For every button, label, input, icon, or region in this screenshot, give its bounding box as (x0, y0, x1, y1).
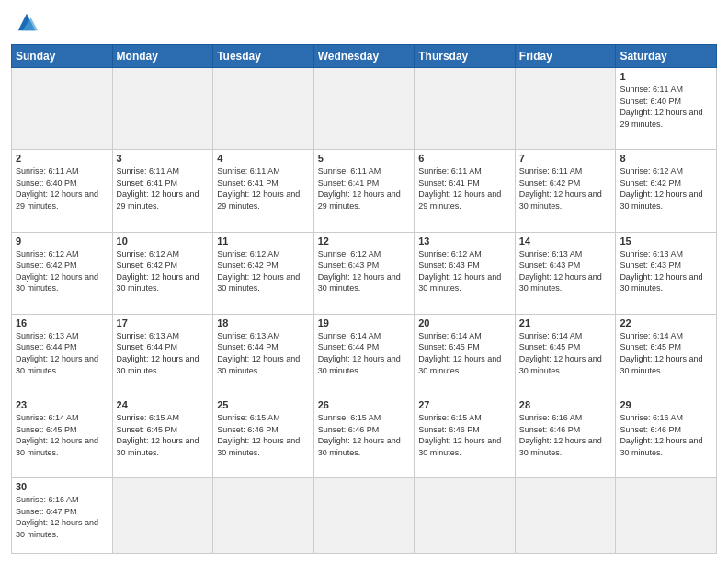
calendar-cell (213, 68, 314, 150)
calendar-week-3: 9Sunrise: 6:12 AMSunset: 6:42 PMDaylight… (12, 232, 717, 314)
calendar-cell (415, 478, 516, 554)
day-number: 10 (117, 236, 210, 247)
day-number: 20 (418, 317, 511, 328)
day-info: Sunrise: 6:15 AMSunset: 6:45 PMDaylight:… (117, 412, 210, 458)
day-info: Sunrise: 6:14 AMSunset: 6:45 PMDaylight:… (16, 412, 108, 458)
day-number: 15 (620, 236, 712, 247)
logo-icon (14, 9, 40, 35)
calendar-cell: 25Sunrise: 6:15 AMSunset: 6:46 PMDayligh… (213, 396, 314, 478)
weekday-thursday: Thursday (415, 45, 516, 68)
day-info: Sunrise: 6:11 AMSunset: 6:41 PMDaylight:… (418, 166, 511, 212)
day-info: Sunrise: 6:16 AMSunset: 6:47 PMDaylight:… (16, 494, 108, 540)
day-info: Sunrise: 6:12 AMSunset: 6:43 PMDaylight:… (318, 248, 411, 294)
calendar-cell: 26Sunrise: 6:15 AMSunset: 6:46 PMDayligh… (313, 396, 415, 478)
calendar-week-2: 2Sunrise: 6:11 AMSunset: 6:40 PMDaylight… (12, 150, 717, 232)
day-number: 23 (16, 399, 108, 410)
calendar-cell: 28Sunrise: 6:16 AMSunset: 6:46 PMDayligh… (515, 396, 616, 478)
day-number: 27 (418, 399, 511, 410)
calendar-week-6: 30Sunrise: 6:16 AMSunset: 6:47 PMDayligh… (12, 478, 717, 554)
weekday-tuesday: Tuesday (213, 45, 314, 68)
calendar-cell: 4Sunrise: 6:11 AMSunset: 6:41 PMDaylight… (213, 150, 314, 232)
calendar-cell: 6Sunrise: 6:11 AMSunset: 6:41 PMDaylight… (415, 150, 516, 232)
calendar-cell: 16Sunrise: 6:13 AMSunset: 6:44 PMDayligh… (12, 314, 113, 396)
day-info: Sunrise: 6:13 AMSunset: 6:44 PMDaylight:… (117, 330, 210, 376)
calendar-cell (515, 68, 616, 150)
day-number: 13 (418, 236, 511, 247)
calendar-cell: 29Sunrise: 6:16 AMSunset: 6:46 PMDayligh… (616, 396, 717, 478)
day-number: 21 (519, 317, 612, 328)
day-number: 18 (217, 317, 310, 328)
calendar-cell: 8Sunrise: 6:12 AMSunset: 6:42 PMDaylight… (616, 150, 717, 232)
weekday-monday: Monday (112, 45, 213, 68)
calendar-cell (112, 478, 213, 554)
calendar-cell: 5Sunrise: 6:11 AMSunset: 6:41 PMDaylight… (313, 150, 415, 232)
day-info: Sunrise: 6:11 AMSunset: 6:40 PMDaylight:… (620, 84, 712, 130)
calendar-cell: 22Sunrise: 6:14 AMSunset: 6:45 PMDayligh… (616, 314, 717, 396)
day-info: Sunrise: 6:14 AMSunset: 6:45 PMDaylight:… (519, 330, 612, 376)
calendar-cell: 27Sunrise: 6:15 AMSunset: 6:46 PMDayligh… (415, 396, 516, 478)
weekday-sunday: Sunday (12, 45, 113, 68)
day-info: Sunrise: 6:11 AMSunset: 6:41 PMDaylight:… (217, 166, 310, 212)
calendar-cell: 9Sunrise: 6:12 AMSunset: 6:42 PMDaylight… (12, 232, 113, 314)
logo (11, 9, 40, 39)
calendar-week-5: 23Sunrise: 6:14 AMSunset: 6:45 PMDayligh… (12, 396, 717, 478)
day-info: Sunrise: 6:13 AMSunset: 6:43 PMDaylight:… (519, 248, 612, 294)
calendar-cell: 15Sunrise: 6:13 AMSunset: 6:43 PMDayligh… (616, 232, 717, 314)
day-info: Sunrise: 6:11 AMSunset: 6:41 PMDaylight:… (117, 166, 210, 212)
calendar-cell: 20Sunrise: 6:14 AMSunset: 6:45 PMDayligh… (415, 314, 516, 396)
day-info: Sunrise: 6:15 AMSunset: 6:46 PMDaylight:… (217, 412, 310, 458)
day-info: Sunrise: 6:12 AMSunset: 6:42 PMDaylight:… (620, 166, 712, 212)
calendar-cell (313, 68, 415, 150)
day-info: Sunrise: 6:14 AMSunset: 6:44 PMDaylight:… (318, 330, 411, 376)
calendar-cell: 14Sunrise: 6:13 AMSunset: 6:43 PMDayligh… (515, 232, 616, 314)
calendar-cell (112, 68, 213, 150)
day-info: Sunrise: 6:12 AMSunset: 6:43 PMDaylight:… (418, 248, 511, 294)
calendar-cell: 3Sunrise: 6:11 AMSunset: 6:41 PMDaylight… (112, 150, 213, 232)
calendar-week-4: 16Sunrise: 6:13 AMSunset: 6:44 PMDayligh… (12, 314, 717, 396)
header (11, 9, 717, 39)
calendar-cell: 21Sunrise: 6:14 AMSunset: 6:45 PMDayligh… (515, 314, 616, 396)
day-info: Sunrise: 6:14 AMSunset: 6:45 PMDaylight:… (620, 330, 712, 376)
calendar-cell: 13Sunrise: 6:12 AMSunset: 6:43 PMDayligh… (415, 232, 516, 314)
day-info: Sunrise: 6:11 AMSunset: 6:42 PMDaylight:… (519, 166, 612, 212)
day-number: 26 (318, 399, 411, 410)
calendar-table: SundayMondayTuesdayWednesdayThursdayFrid… (11, 44, 717, 554)
calendar-cell (213, 478, 314, 554)
calendar-cell: 19Sunrise: 6:14 AMSunset: 6:44 PMDayligh… (313, 314, 415, 396)
calendar-cell: 23Sunrise: 6:14 AMSunset: 6:45 PMDayligh… (12, 396, 113, 478)
calendar-cell (313, 478, 415, 554)
calendar-cell (415, 68, 516, 150)
calendar-cell: 12Sunrise: 6:12 AMSunset: 6:43 PMDayligh… (313, 232, 415, 314)
day-number: 8 (620, 153, 712, 164)
day-info: Sunrise: 6:13 AMSunset: 6:43 PMDaylight:… (620, 248, 712, 294)
day-number: 11 (217, 236, 310, 247)
day-number: 22 (620, 317, 712, 328)
day-number: 25 (217, 399, 310, 410)
weekday-friday: Friday (515, 45, 616, 68)
calendar-cell (12, 68, 113, 150)
day-number: 3 (117, 153, 210, 164)
day-number: 19 (318, 317, 411, 328)
weekday-header-row: SundayMondayTuesdayWednesdayThursdayFrid… (12, 45, 717, 68)
day-info: Sunrise: 6:15 AMSunset: 6:46 PMDaylight:… (318, 412, 411, 458)
logo-text (11, 9, 40, 39)
day-number: 5 (318, 153, 411, 164)
day-number: 30 (16, 481, 108, 492)
day-info: Sunrise: 6:11 AMSunset: 6:41 PMDaylight:… (318, 166, 411, 212)
day-number: 7 (519, 153, 612, 164)
day-info: Sunrise: 6:13 AMSunset: 6:44 PMDaylight:… (16, 330, 108, 376)
day-number: 9 (16, 236, 108, 247)
day-number: 24 (117, 399, 210, 410)
day-number: 14 (519, 236, 612, 247)
day-number: 1 (620, 71, 712, 82)
calendar-cell: 30Sunrise: 6:16 AMSunset: 6:47 PMDayligh… (12, 478, 113, 554)
day-number: 29 (620, 399, 712, 410)
day-number: 28 (519, 399, 612, 410)
day-number: 2 (16, 153, 108, 164)
day-info: Sunrise: 6:16 AMSunset: 6:46 PMDaylight:… (620, 412, 712, 458)
day-number: 12 (318, 236, 411, 247)
calendar-cell: 24Sunrise: 6:15 AMSunset: 6:45 PMDayligh… (112, 396, 213, 478)
day-info: Sunrise: 6:16 AMSunset: 6:46 PMDaylight:… (519, 412, 612, 458)
day-number: 6 (418, 153, 511, 164)
day-info: Sunrise: 6:13 AMSunset: 6:44 PMDaylight:… (217, 330, 310, 376)
